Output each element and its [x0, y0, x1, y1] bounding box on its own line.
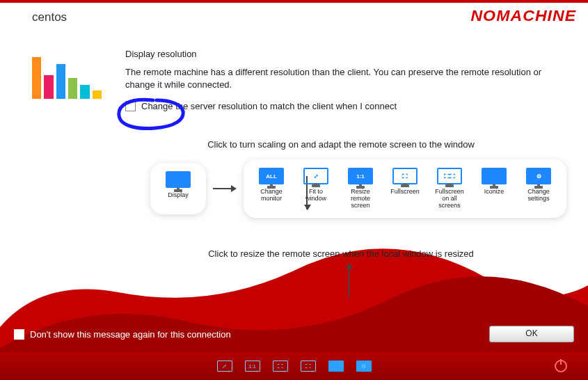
match-resolution-row[interactable]: Change the server resolution to match th… [125, 101, 557, 111]
header: centos NOMACHINE [0, 0, 588, 35]
tile-fullscreen-all[interactable]: ⛶⛶ Fullscreen on all screens [431, 168, 468, 209]
svg-marker-2 [231, 185, 237, 192]
tile-fullscreen[interactable]: ⛶ Fullscreen [387, 168, 423, 209]
brand-logo: NOMACHINE [471, 7, 577, 25]
tile-change-monitor[interactable]: ALL Change monitor [253, 168, 289, 209]
tile-iconize[interactable]: Iconize [476, 168, 512, 209]
display-tile-group: Display [150, 163, 206, 214]
fit-to-window-icon: ⤢ [303, 168, 328, 184]
arrow-right-icon [213, 184, 237, 193]
fullscreen-all-icon: ⛶⛶ [437, 168, 462, 184]
tool-fit-icon[interactable]: ⤢ [217, 361, 232, 372]
bottom-toolbar: ⤢ 1:1 ⛶ ⛶ ⚙ [0, 352, 588, 380]
tool-fullscreen-all-icon[interactable]: ⛶ [301, 361, 316, 372]
section-title: Display resolution [125, 49, 557, 59]
options-tile-group: ALL Change monitor ⤢ Fit to window 1:1 R… [244, 159, 566, 218]
fullscreen-icon: ⛶ [392, 168, 418, 184]
iconize-icon [482, 168, 507, 184]
change-settings-icon: ⚙ [526, 168, 551, 184]
tool-settings-icon[interactable]: ⚙ [356, 361, 372, 372]
dont-show-checkbox[interactable] [14, 329, 24, 340]
body: Display resolution The remote machine ha… [125, 49, 557, 111]
monitor-icon [166, 171, 191, 188]
footer-bar: Don't show this message again for this c… [14, 324, 574, 344]
change-monitor-icon: ALL [259, 168, 284, 184]
resize-remote-icon: 1:1 [348, 168, 373, 184]
ok-button[interactable]: OK [489, 326, 574, 342]
tool-iconize-icon[interactable] [328, 361, 344, 372]
bars-icon [32, 50, 102, 99]
power-icon[interactable] [555, 360, 567, 372]
diagram: Click to turn scaling on and adapt the r… [125, 139, 557, 259]
session-name: centos [32, 10, 67, 24]
tile-change-settings[interactable]: ⚙ Change settings [521, 168, 557, 209]
dont-show-label: Don't show this message again for this c… [30, 329, 231, 340]
match-resolution-checkbox[interactable] [125, 101, 136, 111]
dialog-window: centos NOMACHINE Display resolution The … [0, 0, 588, 380]
dont-show-row[interactable]: Don't show this message again for this c… [14, 329, 231, 340]
tile-label: Display [168, 192, 189, 206]
tile-resize-remote[interactable]: 1:1 Resize remote screen [342, 168, 379, 209]
caption-bottom: Click to resize the remote screen when t… [125, 248, 557, 259]
tile-display[interactable]: Display [160, 171, 196, 206]
tile-fit-to-window[interactable]: ⤢ Fit to window [298, 168, 334, 209]
match-resolution-label: Change the server resolution to match th… [141, 101, 397, 111]
caption-top: Click to turn scaling on and adapt the r… [125, 139, 557, 150]
section-desc: The remote machine has a different resol… [125, 66, 557, 91]
tool-1to1-icon[interactable]: 1:1 [245, 361, 260, 372]
tool-fullscreen-icon[interactable]: ⛶ [273, 361, 288, 372]
